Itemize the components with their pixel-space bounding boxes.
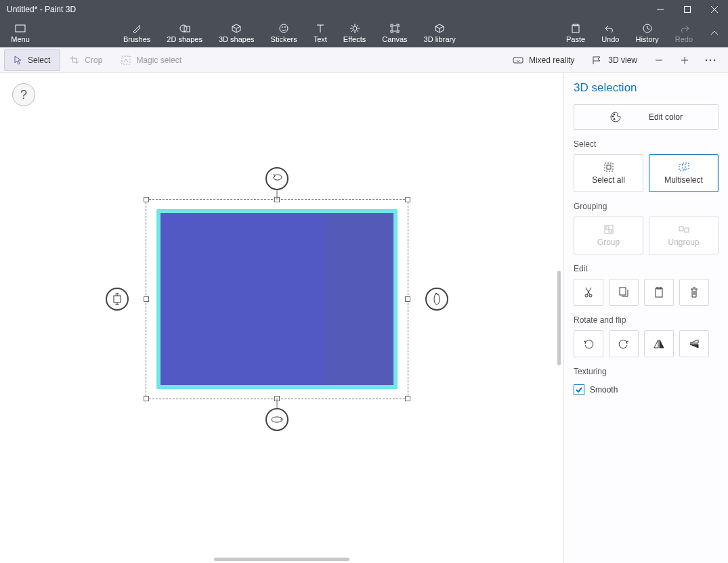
cube-object[interactable] — [160, 213, 393, 385]
select-tool[interactable]: Select — [4, 49, 60, 71]
ribbon-canvas[interactable]: Canvas — [374, 19, 415, 47]
resize-handle-mr[interactable] — [405, 296, 410, 302]
brush-icon — [132, 23, 142, 34]
ungroup-label: Ungroup — [668, 238, 699, 247]
multiselect-button[interactable]: Multiselect — [649, 154, 719, 192]
canvas-icon — [390, 23, 400, 34]
ribbon-effects[interactable]: Effects — [335, 19, 374, 47]
trash-icon — [690, 287, 698, 298]
3d-view-label: 3D view — [608, 55, 637, 65]
rotation-stem-top — [277, 189, 278, 200]
paste-button[interactable] — [644, 279, 674, 306]
magic-select-tool[interactable]: Magic select — [112, 47, 191, 72]
svg-rect-12 — [572, 25, 579, 32]
group-button: Group — [574, 217, 643, 254]
canvas-area[interactable]: ? — [0, 73, 564, 563]
svg-rect-34 — [606, 227, 609, 229]
smooth-checkbox-row[interactable]: Smooth — [574, 382, 719, 398]
text-icon — [316, 23, 324, 34]
ribbon-brushes[interactable]: Brushes — [115, 19, 158, 47]
selection-box[interactable] — [146, 199, 408, 399]
mixed-reality-button[interactable]: Mixed reality — [506, 49, 581, 71]
horizontal-scrollbar[interactable] — [214, 558, 349, 561]
svg-point-8 — [282, 27, 283, 28]
svg-point-26 — [612, 116, 614, 117]
help-button[interactable]: ? — [12, 83, 35, 106]
workspace: ? — [0, 73, 728, 563]
flip-horizontal-button[interactable] — [644, 330, 674, 357]
properties-panel: 3D selection Edit color Select Select al… — [564, 73, 728, 563]
window-controls — [647, 0, 728, 19]
flip-vertical-button[interactable] — [679, 330, 709, 357]
resize-handle-bl[interactable] — [144, 396, 149, 401]
close-button[interactable] — [701, 0, 728, 19]
maximize-button[interactable] — [674, 0, 701, 19]
ribbon-history-label: History — [635, 35, 658, 43]
svg-rect-29 — [605, 163, 613, 171]
ribbon: Menu Brushes 2D shapes 3D shapes Sticker… — [0, 19, 728, 47]
rotate-x-handle[interactable] — [265, 408, 288, 431]
ribbon-collapse[interactable] — [701, 19, 728, 47]
resize-handle-tr[interactable] — [405, 197, 410, 202]
svg-point-28 — [614, 118, 615, 120]
copy-button[interactable] — [609, 279, 639, 306]
selection-highlight — [156, 209, 398, 389]
resize-handle-br[interactable] — [405, 396, 410, 401]
select-label: Select — [28, 55, 50, 65]
zoom-in-button[interactable] — [674, 49, 695, 71]
cut-button[interactable] — [574, 279, 603, 306]
ribbon-3d-label: 3D shapes — [219, 35, 255, 43]
ribbon-redo-label: Redo — [675, 35, 693, 43]
mixed-reality-label: Mixed reality — [529, 55, 574, 65]
edit-section-label: Edit — [574, 264, 719, 273]
menu-button[interactable]: Menu — [0, 19, 41, 47]
ribbon-effects-label: Effects — [343, 35, 366, 43]
ribbon-3d-shapes[interactable]: 3D shapes — [211, 19, 263, 47]
select-all-button[interactable]: Select all — [574, 154, 643, 192]
vertical-scrollbar[interactable] — [557, 271, 561, 365]
texturing-section-label: Texturing — [574, 367, 719, 376]
copy-icon — [619, 287, 628, 298]
crop-icon — [70, 55, 79, 65]
panel-title: 3D selection — [574, 81, 719, 95]
delete-button[interactable] — [679, 279, 709, 306]
3d-view-button[interactable]: 3D view — [585, 49, 644, 71]
minimize-button[interactable] — [647, 0, 674, 19]
help-icon: ? — [20, 88, 27, 102]
edit-color-button[interactable]: Edit color — [574, 104, 719, 130]
rotate-left-button[interactable] — [574, 330, 603, 357]
ribbon-undo-label: Undo — [601, 35, 619, 43]
ungroup-button: Ungroup — [649, 217, 719, 254]
depth-handle[interactable] — [106, 288, 129, 311]
grouping-section-label: Grouping — [574, 202, 719, 211]
mixed-reality-icon — [513, 55, 523, 65]
rotate-right-button[interactable] — [609, 330, 639, 357]
sub-toolbar: Select Crop Magic select Mixed reality 3… — [0, 47, 728, 73]
ribbon-stickers[interactable]: Stickers — [263, 19, 305, 47]
ribbon-text[interactable]: Text — [305, 19, 335, 47]
smooth-checkbox[interactable] — [574, 384, 584, 395]
select-section-label: Select — [574, 139, 719, 149]
rotate-z-handle[interactable] — [265, 167, 288, 190]
svg-rect-4 — [16, 25, 25, 32]
ribbon-2d-shapes[interactable]: 2D shapes — [158, 19, 211, 47]
undo-icon — [605, 23, 616, 34]
ellipsis-icon — [705, 59, 716, 62]
ribbon-paste[interactable]: Paste — [558, 19, 593, 47]
resize-handle-tl[interactable] — [144, 197, 149, 202]
ribbon-3d-library[interactable]: 3D library — [416, 19, 464, 47]
ribbon-history[interactable]: History — [627, 19, 666, 47]
more-button[interactable] — [700, 49, 721, 71]
ribbon-undo[interactable]: Undo — [593, 19, 627, 47]
flip-v-icon — [689, 339, 700, 348]
svg-point-39 — [589, 294, 592, 297]
crop-tool[interactable]: Crop — [60, 47, 112, 72]
zoom-out-button[interactable] — [648, 49, 670, 71]
rotate-y-handle[interactable] — [425, 288, 448, 311]
crop-label: Crop — [85, 55, 102, 65]
multiselect-icon — [679, 162, 689, 173]
svg-rect-24 — [114, 296, 121, 302]
menu-label: Menu — [11, 35, 30, 43]
rotate-right-icon — [618, 338, 629, 349]
resize-handle-ml[interactable] — [144, 296, 149, 302]
